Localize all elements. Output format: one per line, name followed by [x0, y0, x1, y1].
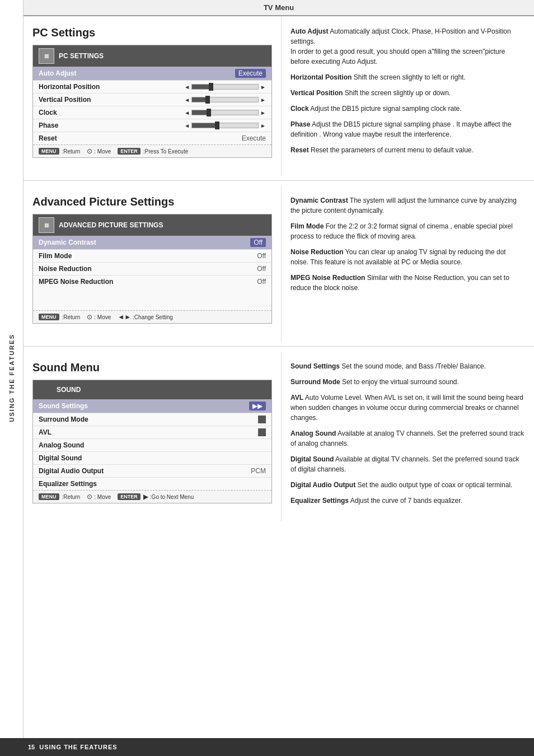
pc-return-label: :Return	[62, 148, 81, 155]
adv-footer-change: ◄► :Change Setting	[118, 313, 172, 321]
advanced-picture-section: Advanced Picture Settings ▦ ADVANCED PIC…	[24, 185, 534, 342]
menu-row[interactable]: Sound Settings▶▶	[33, 399, 271, 413]
desc-title: Dynamic Contrast	[291, 197, 348, 204]
slider-bar[interactable]: ◄ ►	[184, 110, 266, 116]
desc-block: Digital Sound Available at digital TV ch…	[291, 454, 525, 474]
desc-block: Sound Settings Set the sound mode, and B…	[291, 361, 525, 371]
pc-move-label: : Move	[94, 148, 111, 155]
desc-text-extra: In order to get a good result, you shoul…	[291, 48, 505, 66]
main-content: TV Menu PC Settings ▦ PC SETTINGS Auto A…	[24, 0, 534, 539]
adv-rows-container: Dynamic ContrastOffFilm ModeOffNoise Red…	[33, 236, 271, 288]
menu-row-label: Noise Reduction	[39, 265, 257, 273]
sound-footer-next: ENTER ▶ :Go to Next Menu	[118, 493, 194, 501]
desc-text: For the 2:2 or 3:2 format signal of cine…	[291, 222, 513, 240]
pc-footer-return: MENU :Return	[39, 148, 80, 155]
menu-row[interactable]: ResetExecute	[33, 132, 271, 144]
menu-row[interactable]: Noise ReductionOff	[33, 263, 271, 276]
desc-block: Horizontal Position Shift the screen sli…	[291, 72, 525, 82]
menu-row[interactable]: Digital Sound	[33, 452, 271, 465]
slider-right-arrow[interactable]: ►	[260, 110, 266, 116]
header-title: TV Menu	[264, 3, 294, 12]
slider-bar[interactable]: ◄ ►	[184, 97, 266, 103]
pc-settings-header: ▦ PC SETTINGS	[33, 45, 271, 67]
desc-text: Set the sound mode, and Bass /Treble/ Ba…	[341, 362, 486, 370]
adv-menu-btn[interactable]: MENU	[39, 314, 59, 320]
slider-left-arrow[interactable]: ◄	[184, 84, 190, 90]
desc-title: Phase	[291, 120, 310, 128]
menu-row[interactable]: Digital Audio OutputPCM	[33, 465, 271, 478]
adv-footer-move: ⊙ : Move	[87, 313, 111, 321]
advanced-picture-left: Advanced Picture Settings ▦ ADVANCED PIC…	[24, 185, 281, 342]
desc-block: Phase Adjust the DB15 picture signal sam…	[291, 119, 525, 139]
desc-block: Auto Adjust Automatically adjust Clock, …	[291, 26, 525, 67]
desc-block: Vertical Position Shift the screen sligh…	[291, 88, 525, 98]
desc-block: Equalizer Settings Adjust the curve of 7…	[291, 496, 525, 506]
menu-row[interactable]: Auto AdjustExecute	[33, 67, 271, 81]
desc-block: Film Mode For the 2:2 or 3:2 format sign…	[291, 221, 525, 241]
sound-icon: ●	[39, 383, 52, 396]
sound-menu-btn[interactable]: MENU	[39, 493, 59, 500]
sidebar: USING THE FEATURES	[0, 0, 24, 756]
slider-bar[interactable]: ◄ ►	[184, 123, 266, 129]
advanced-picture-header: ▦ ADVANCED PICTURE SETTINGS	[33, 214, 271, 236]
menu-row[interactable]: Surround Mode	[33, 413, 271, 426]
menu-row-value: Execute	[242, 134, 266, 142]
sound-footer-move: ⊙ : Move	[87, 493, 111, 501]
menu-row-value: Execute	[235, 69, 266, 78]
divider-2	[24, 346, 534, 347]
menu-row[interactable]: MPEG Noise ReductionOff	[33, 276, 271, 288]
enter-btn[interactable]: ENTER	[118, 148, 140, 155]
menu-btn[interactable]: MENU	[39, 148, 59, 155]
slider-track	[191, 123, 259, 128]
menu-row[interactable]: Horizontal Position ◄ ►	[33, 81, 271, 94]
advanced-picture-title: Advanced Picture Settings	[32, 195, 272, 208]
sound-right: Sound Settings Set the sound mode, and B…	[281, 351, 534, 521]
checkbox-icon[interactable]	[258, 416, 266, 423]
desc-title: AVL	[291, 394, 303, 402]
slider-bar[interactable]: ◄ ►	[184, 84, 266, 90]
menu-row-label: Digital Audio Output	[39, 467, 251, 475]
checkbox-icon[interactable]	[258, 428, 266, 436]
sound-enter-btn[interactable]: ENTER	[118, 493, 140, 500]
adv-return-label: :Return	[62, 314, 81, 320]
desc-title: Reset	[291, 146, 309, 154]
desc-title: Equalizer Settings	[291, 497, 349, 505]
bottom-bar: 15 USING THE FEATURES	[0, 738, 534, 756]
pc-settings-section: PC Settings ▦ PC SETTINGS Auto AdjustExe…	[24, 16, 534, 176]
sound-descriptions: Sound Settings Set the sound mode, and B…	[291, 361, 525, 506]
slider-left-arrow[interactable]: ◄	[184, 123, 190, 129]
pc-rows-container: Auto AdjustExecuteHorizontal Position ◄ …	[33, 67, 271, 144]
menu-row-label: Analog Sound	[39, 441, 266, 449]
menu-row[interactable]: Clock ◄ ►	[33, 106, 271, 119]
menu-row[interactable]: AVL	[33, 426, 271, 439]
slider-left-arrow[interactable]: ◄	[184, 97, 190, 103]
pc-descriptions: Auto Adjust Automatically adjust Clock, …	[291, 26, 525, 155]
menu-row[interactable]: Equalizer Settings	[33, 478, 271, 490]
sound-move-label: : Move	[94, 494, 111, 500]
desc-text: Adjust the DB15 picture signal sampling …	[310, 105, 461, 113]
menu-row-value: Off	[257, 252, 266, 260]
desc-block: Dynamic Contrast The system will adjust …	[291, 195, 525, 216]
menu-row-label: Clock	[39, 109, 184, 116]
menu-row-value: PCM	[251, 467, 266, 475]
menu-row[interactable]: Film ModeOff	[33, 250, 271, 263]
bottom-bar-label: USING THE FEATURES	[39, 744, 117, 750]
sidebar-label: USING THE FEATURES	[8, 334, 15, 422]
slider-right-arrow[interactable]: ►	[260, 97, 266, 103]
slider-left-arrow[interactable]: ◄	[184, 110, 190, 116]
adv-move-icon: ⊙	[87, 313, 92, 321]
adv-lr-icon: ◄►	[118, 313, 131, 321]
desc-text: Adjust the curve of 7 bands equalizer.	[350, 497, 462, 505]
slider-right-arrow[interactable]: ►	[260, 84, 266, 90]
adv-descriptions: Dynamic Contrast The system will adjust …	[291, 195, 525, 293]
desc-title: Analog Sound	[291, 430, 336, 437]
desc-title: Auto Adjust	[291, 27, 329, 35]
desc-block: Clock Adjust the DB15 picture signal sam…	[291, 104, 525, 114]
menu-row[interactable]: Analog Sound	[33, 439, 271, 452]
desc-text: Shift the screen slightly up or down.	[345, 89, 451, 97]
menu-row-label: Dynamic Contrast	[39, 239, 250, 246]
menu-row[interactable]: Phase ◄ ►	[33, 119, 271, 132]
menu-row[interactable]: Vertical Position ◄ ►	[33, 94, 271, 106]
slider-right-arrow[interactable]: ►	[260, 123, 266, 129]
menu-row[interactable]: Dynamic ContrastOff	[33, 236, 271, 250]
